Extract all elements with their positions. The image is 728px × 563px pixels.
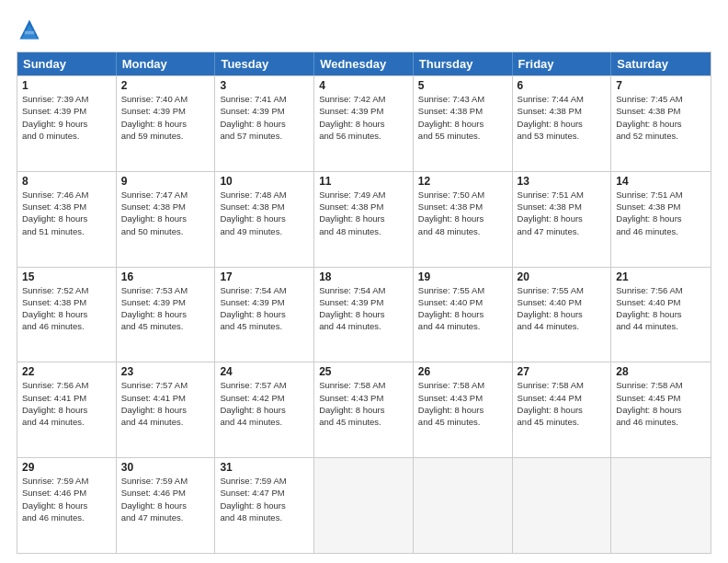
day-number: 13 xyxy=(518,175,607,188)
cell-info-line: and 44 minutes. xyxy=(418,320,507,332)
day-number: 3 xyxy=(220,79,309,92)
cell-info-line: Daylight: 8 hours xyxy=(518,404,607,416)
day-number: 6 xyxy=(518,79,607,92)
cal-week-3: 22Sunrise: 7:56 AMSunset: 4:41 PMDayligh… xyxy=(17,362,711,457)
cell-info-line: Sunset: 4:42 PM xyxy=(220,392,309,404)
day-number: 8 xyxy=(22,175,111,188)
cal-week-1: 8Sunrise: 7:46 AMSunset: 4:38 PMDaylight… xyxy=(17,171,711,267)
cell-info-line: Sunrise: 7:47 AM xyxy=(121,189,210,201)
cal-cell: 12Sunrise: 7:50 AMSunset: 4:38 PMDayligh… xyxy=(414,172,513,267)
cell-info-line: Daylight: 8 hours xyxy=(220,308,309,320)
cal-cell: 31Sunrise: 7:59 AMSunset: 4:47 PMDayligh… xyxy=(215,458,314,553)
cell-info-line: Sunrise: 7:59 AM xyxy=(220,475,309,487)
cell-info-line: Daylight: 8 hours xyxy=(418,118,507,130)
cell-info-line: Sunset: 4:43 PM xyxy=(418,392,507,404)
cell-info-line: Sunset: 4:38 PM xyxy=(121,201,210,213)
cell-info-line: Sunset: 4:39 PM xyxy=(319,105,408,117)
day-number: 24 xyxy=(220,365,309,378)
cell-info-line: and 53 minutes. xyxy=(518,130,607,142)
cell-info-line: Sunrise: 7:39 AM xyxy=(22,93,111,105)
day-number: 23 xyxy=(121,365,210,378)
cell-info-line: Daylight: 8 hours xyxy=(121,213,210,224)
cell-info-line: Sunset: 4:46 PM xyxy=(22,487,111,499)
cell-info-line: Sunrise: 7:46 AM xyxy=(22,189,111,201)
cell-info-line: Daylight: 8 hours xyxy=(220,213,309,224)
cell-info-line: Sunrise: 7:55 AM xyxy=(518,284,607,296)
cell-info-line: and 45 minutes. xyxy=(319,416,408,428)
cal-header-saturday: Saturday xyxy=(611,52,711,75)
cell-info-line: Daylight: 8 hours xyxy=(22,500,111,511)
cell-info-line: Sunrise: 7:52 AM xyxy=(22,284,111,296)
cell-info-line: and 46 minutes. xyxy=(22,511,111,523)
cell-info-line: Sunrise: 7:48 AM xyxy=(220,189,309,201)
page: SundayMondayTuesdayWednesdayThursdayFrid… xyxy=(0,0,728,563)
cell-info-line: and 45 minutes. xyxy=(418,416,507,428)
cell-info-line: Daylight: 8 hours xyxy=(220,500,309,511)
cell-info-line: Sunrise: 7:43 AM xyxy=(418,93,507,105)
cell-info-line: Sunrise: 7:51 AM xyxy=(616,189,706,201)
cal-cell xyxy=(414,458,513,553)
cell-info-line: Sunrise: 7:58 AM xyxy=(518,379,607,391)
cell-info-line: Daylight: 8 hours xyxy=(616,404,706,416)
cell-info-line: Daylight: 8 hours xyxy=(418,213,507,224)
cell-info-line: Sunset: 4:39 PM xyxy=(121,105,210,117)
cal-cell: 14Sunrise: 7:51 AMSunset: 4:38 PMDayligh… xyxy=(611,172,711,267)
cal-cell: 26Sunrise: 7:58 AMSunset: 4:43 PMDayligh… xyxy=(414,362,513,457)
cell-info-line: Daylight: 8 hours xyxy=(22,213,111,224)
day-number: 15 xyxy=(22,270,111,283)
cal-header-tuesday: Tuesday xyxy=(215,52,314,75)
day-number: 22 xyxy=(22,365,111,378)
cell-info-line: Sunrise: 7:58 AM xyxy=(616,379,706,391)
cell-info-line: Sunrise: 7:44 AM xyxy=(518,93,607,105)
cell-info-line: Sunset: 4:38 PM xyxy=(319,201,408,213)
cell-info-line: Sunrise: 7:50 AM xyxy=(418,189,507,201)
cal-cell: 9Sunrise: 7:47 AMSunset: 4:38 PMDaylight… xyxy=(117,172,216,267)
cell-info-line: Daylight: 8 hours xyxy=(121,308,210,320)
cal-cell: 11Sunrise: 7:49 AMSunset: 4:38 PMDayligh… xyxy=(314,172,414,267)
cell-info-line: Sunrise: 7:59 AM xyxy=(22,475,111,487)
cal-cell: 7Sunrise: 7:45 AMSunset: 4:38 PMDaylight… xyxy=(611,76,711,171)
cal-cell: 29Sunrise: 7:59 AMSunset: 4:46 PMDayligh… xyxy=(17,458,117,553)
cell-info-line: Daylight: 8 hours xyxy=(121,404,210,416)
cal-cell: 25Sunrise: 7:58 AMSunset: 4:43 PMDayligh… xyxy=(314,362,414,457)
cal-cell: 4Sunrise: 7:42 AMSunset: 4:39 PMDaylight… xyxy=(314,76,414,171)
day-number: 11 xyxy=(319,175,408,188)
cal-cell: 21Sunrise: 7:56 AMSunset: 4:40 PMDayligh… xyxy=(611,268,711,362)
cell-info-line: Daylight: 8 hours xyxy=(319,118,408,130)
cell-info-line: Sunset: 4:39 PM xyxy=(220,105,309,117)
cell-info-line: Sunset: 4:44 PM xyxy=(518,392,607,404)
cell-info-line: and 44 minutes. xyxy=(319,320,408,332)
cell-info-line: and 55 minutes. xyxy=(418,130,507,142)
cell-info-line: Daylight: 8 hours xyxy=(418,404,507,416)
cell-info-line: Sunrise: 7:56 AM xyxy=(22,379,111,391)
cell-info-line: Sunset: 4:40 PM xyxy=(418,296,507,308)
cell-info-line: and 44 minutes. xyxy=(616,320,706,332)
cal-cell: 13Sunrise: 7:51 AMSunset: 4:38 PMDayligh… xyxy=(513,172,612,267)
cal-cell: 20Sunrise: 7:55 AMSunset: 4:40 PMDayligh… xyxy=(513,268,612,362)
cell-info-line: Daylight: 8 hours xyxy=(616,118,706,130)
cell-info-line: Daylight: 8 hours xyxy=(22,308,111,320)
cell-info-line: and 48 minutes. xyxy=(319,225,408,237)
cell-info-line: Daylight: 8 hours xyxy=(319,308,408,320)
cell-info-line: Sunset: 4:47 PM xyxy=(220,487,309,499)
cell-info-line: Daylight: 8 hours xyxy=(518,118,607,130)
cell-info-line: and 44 minutes. xyxy=(220,416,309,428)
cell-info-line: Sunrise: 7:51 AM xyxy=(518,189,607,201)
day-number: 5 xyxy=(418,79,507,92)
cell-info-line: Sunrise: 7:55 AM xyxy=(418,284,507,296)
day-number: 30 xyxy=(121,461,210,474)
cell-info-line: Sunrise: 7:58 AM xyxy=(319,379,408,391)
cell-info-line: Daylight: 8 hours xyxy=(220,118,309,130)
cal-cell xyxy=(611,458,711,553)
cell-info-line: and 51 minutes. xyxy=(22,225,111,237)
cell-info-line: and 47 minutes. xyxy=(121,511,210,523)
cal-cell: 27Sunrise: 7:58 AMSunset: 4:44 PMDayligh… xyxy=(513,362,612,457)
cal-cell xyxy=(513,458,612,553)
cell-info-line: Sunset: 4:38 PM xyxy=(22,201,111,213)
cell-info-line: Sunset: 4:41 PM xyxy=(121,392,210,404)
cell-info-line: Sunrise: 7:57 AM xyxy=(220,379,309,391)
day-number: 2 xyxy=(121,79,210,92)
cell-info-line: and 48 minutes. xyxy=(220,511,309,523)
cal-header-thursday: Thursday xyxy=(414,52,513,75)
cell-info-line: Sunset: 4:45 PM xyxy=(616,392,706,404)
